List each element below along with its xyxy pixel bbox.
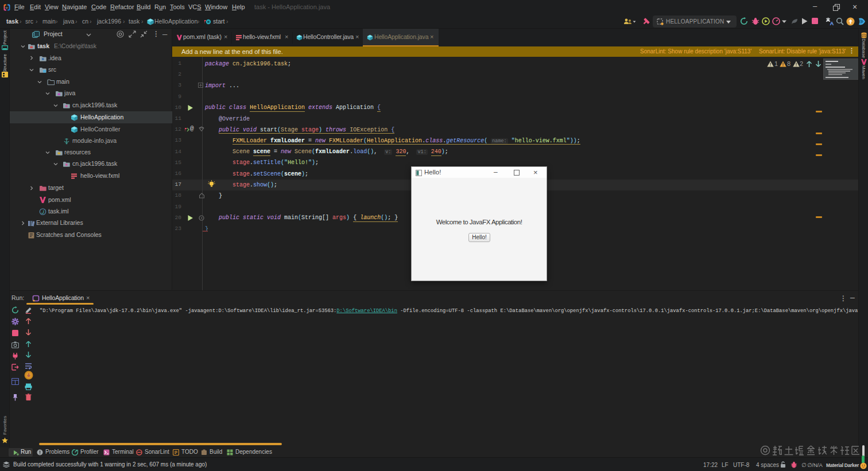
svg-text:A: A <box>830 20 834 26</box>
